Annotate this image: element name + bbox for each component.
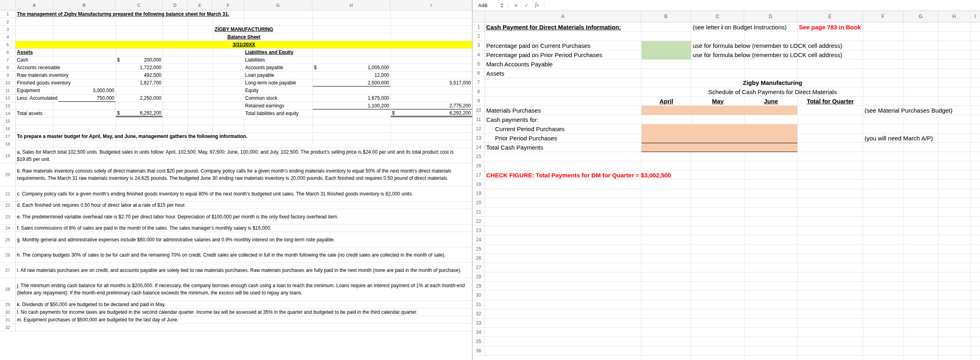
row-header[interactable]: 7: [0, 56, 16, 64]
cell-note-a[interactable]: a. Sales for March total 102,500 units. …: [16, 148, 470, 163]
row-cells[interactable]: Assets: [485, 69, 980, 78]
row-cells[interactable]: [485, 291, 980, 300]
row-cells[interactable]: [485, 300, 980, 309]
row-cells[interactable]: [485, 189, 980, 198]
row-header[interactable]: 10: [0, 79, 16, 86]
row-cells[interactable]: b. Raw materials inventory consists sole…: [16, 163, 472, 186]
cell-intro[interactable]: The management of Zigby Manufacturing pr…: [16, 10, 230, 18]
column-header-d[interactable]: D: [744, 11, 797, 22]
row-cells[interactable]: Cash$200,000Liabilities: [16, 56, 472, 64]
row-header[interactable]: 6: [472, 69, 485, 78]
cell-month-april[interactable]: April: [642, 97, 691, 105]
cell-accum-depr-amount[interactable]: 750,000: [54, 95, 116, 102]
row-header[interactable]: 25: [472, 245, 485, 253]
row-header[interactable]: 23: [0, 209, 16, 224]
row-header[interactable]: 27: [472, 263, 485, 272]
cell-equity-label[interactable]: Equity: [244, 87, 260, 94]
cell-prior-period-label[interactable]: Prior Period Purchases: [494, 134, 558, 142]
cell-note-c[interactable]: c. Company policy calls for a given mont…: [16, 186, 470, 201]
column-header-g[interactable]: G: [244, 0, 312, 10]
cell-liabilities-label[interactable]: Liabilities: [244, 56, 266, 64]
cell-budget-intro[interactable]: To prepare a master budget for April, Ma…: [16, 133, 249, 140]
row-header[interactable]: 13: [0, 102, 16, 109]
row-header[interactable]: 4: [472, 50, 485, 59]
cell-total-cash-label[interactable]: Total Cash Payments: [485, 143, 545, 152]
row-cells[interactable]: Materials Purchases(see Material Purchas…: [485, 106, 980, 115]
formula-input[interactable]: [547, 0, 980, 10]
row-cells[interactable]: ZIGBY MANUFACTURING: [16, 26, 472, 33]
row-cells[interactable]: [16, 125, 472, 132]
cell-statement-title[interactable]: Balance Sheet: [16, 33, 472, 41]
row-cells[interactable]: i. All raw materials purchases are on cr…: [16, 263, 472, 278]
column-header-e[interactable]: E: [797, 11, 863, 22]
input-cells-materials-purchases[interactable]: [642, 106, 797, 115]
row-header[interactable]: 24: [0, 224, 16, 232]
row-header[interactable]: 5: [0, 41, 16, 48]
row-cells[interactable]: Accounts receivable1,722,000Accounts pay…: [16, 64, 472, 71]
cell-loan-label[interactable]: Loan payable: [244, 72, 275, 79]
row-cells[interactable]: c. Company policy calls for a given mont…: [16, 186, 472, 201]
insert-function-icon[interactable]: fx: [532, 0, 542, 10]
row-header[interactable]: 15: [0, 117, 16, 125]
cell-cash-amount[interactable]: $200,000: [116, 56, 163, 64]
input-cells-prior-period[interactable]: [642, 134, 797, 143]
row-header[interactable]: 36: [472, 346, 485, 355]
row-header[interactable]: 34: [472, 328, 485, 337]
cell-check-figure[interactable]: CHECK FIGURE: Total Payments for DM for …: [485, 171, 672, 179]
cell-note-m[interactable]: m. Equipment purchases of $500,000 are b…: [16, 316, 470, 323]
row-cells[interactable]: l. No cash payments for income taxes are…: [16, 309, 472, 316]
row-cells[interactable]: [485, 245, 980, 253]
row-header[interactable]: 20: [472, 198, 485, 207]
column-header-b[interactable]: B: [53, 0, 116, 10]
row-cells[interactable]: d. Each finished unit requires 0.50 hour…: [16, 202, 472, 209]
row-cells[interactable]: Raw materials inventory492,500Loan payab…: [16, 72, 472, 79]
row-header[interactable]: 32: [472, 309, 485, 318]
row-cells[interactable]: Less: Accumulated750,0002,250,000Common …: [16, 95, 472, 102]
cell-pct-prior-label[interactable]: Percentage paid on Prior Period Purchase…: [485, 50, 604, 59]
row-cells[interactable]: [16, 140, 472, 148]
row-header[interactable]: 23: [472, 226, 485, 235]
row-header[interactable]: 29: [472, 282, 485, 290]
cell-ap-label[interactable]: Accounts payable: [244, 64, 285, 71]
cell-note-b[interactable]: b. Raw materials inventory consists sole…: [16, 163, 470, 186]
cell-materials-purchases-label[interactable]: Materials Purchases: [485, 106, 542, 115]
row-header[interactable]: 18: [472, 180, 485, 189]
row-cells[interactable]: g. Monthly general and administrative ex…: [16, 232, 472, 247]
row-cells[interactable]: [485, 319, 980, 327]
column-header-d[interactable]: D: [163, 0, 188, 10]
cell-month-may[interactable]: May: [691, 97, 744, 105]
row-cells[interactable]: AssetsLiabilities and Equity: [16, 49, 472, 56]
row-cells[interactable]: Percentage paid on Current Purchasesuse …: [485, 41, 980, 50]
row-header[interactable]: 8: [472, 87, 485, 96]
row-cells[interactable]: [485, 152, 980, 161]
cell-rm-amount[interactable]: 492,500: [116, 72, 163, 79]
row-cells[interactable]: a. Sales for March total 102,500 units. …: [16, 148, 472, 163]
row-cells[interactable]: f. Sales commissions of 8% of sales are …: [16, 224, 472, 232]
cell-equipment-net[interactable]: 2,250,000: [116, 95, 163, 102]
cell-total-quarter[interactable]: Total for Quarter: [798, 97, 863, 105]
cell-loan-amount[interactable]: 12,000: [313, 72, 390, 79]
row-cells[interactable]: Percentage paid on Prior Period Purchase…: [485, 50, 980, 59]
row-header[interactable]: 7: [472, 78, 485, 87]
row-cells[interactable]: [485, 32, 980, 41]
cell-current-period-label[interactable]: Current Period Purchases: [494, 124, 566, 133]
row-cells-highlighted[interactable]: 3/31/20XX: [16, 41, 472, 48]
input-cell-pct-prior[interactable]: [642, 50, 691, 60]
column-header-i[interactable]: I: [390, 0, 472, 10]
cell-lock-note-current[interactable]: use for formula below (remember to LOCK …: [691, 41, 844, 50]
cell-common-stock-amount[interactable]: 1,675,000: [313, 95, 390, 102]
row-header[interactable]: 1: [0, 10, 16, 18]
cell-march-ap-label[interactable]: March Accounts Payable: [485, 60, 554, 68]
row-header[interactable]: 31: [0, 316, 16, 323]
cell-ltnote-amount[interactable]: 2,500,000: [313, 79, 390, 86]
row-cells[interactable]: [485, 282, 980, 290]
cell-note-l[interactable]: l. No cash payments for income taxes are…: [16, 309, 470, 316]
row-header[interactable]: 4: [0, 33, 16, 41]
cell-retained-earnings-label[interactable]: Retained earnings: [244, 102, 285, 109]
row-header[interactable]: 10: [472, 106, 485, 115]
column-header-f[interactable]: F: [213, 0, 244, 10]
cell-company-title[interactable]: ZIGBY MANUFACTURING: [16, 26, 472, 33]
cell-tle-amount[interactable]: $6,292,200: [391, 110, 472, 117]
cell-schedule-company[interactable]: Zigby Manufacturing: [642, 78, 904, 87]
row-header[interactable]: 9: [472, 97, 485, 105]
